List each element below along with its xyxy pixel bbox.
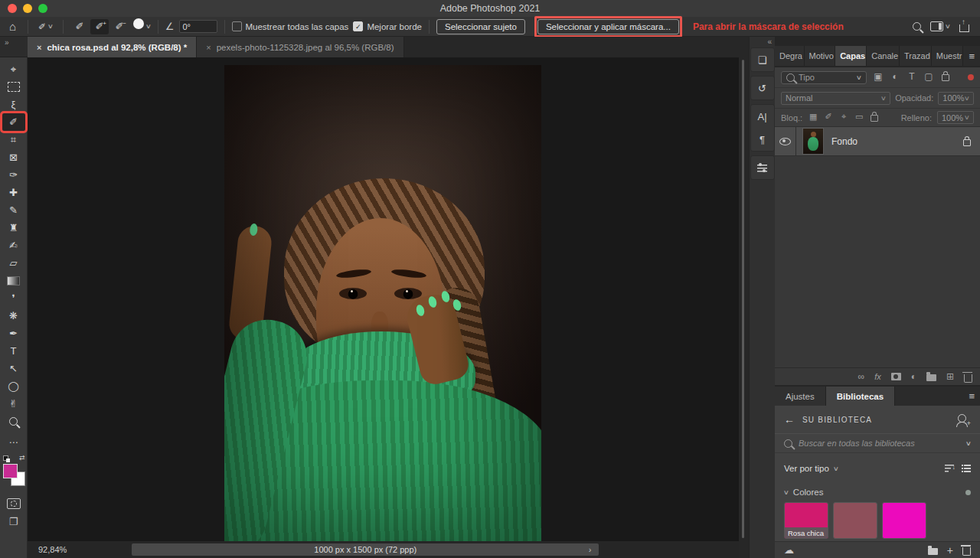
document-tab[interactable]: ×chica rosa.psd al 92,8% (RGB/8) * [28, 37, 197, 57]
type-tool[interactable]: T [2, 342, 25, 360]
panel-tab-motivo[interactable]: Motivo [805, 46, 836, 66]
quick-selection-tool[interactable]: ✐ [2, 113, 25, 131]
filter-type-icon[interactable]: T [906, 71, 918, 83]
swap-colors-icon[interactable]: ⇄ [19, 454, 25, 462]
crop-tool[interactable]: ⌗ [2, 131, 25, 148]
toolbar-collapse-control[interactable]: » [0, 37, 28, 57]
filter-pixel-icon[interactable]: ▣ [872, 71, 884, 83]
back-arrow-icon[interactable]: ← [784, 413, 795, 426]
lock-transparency-icon[interactable]: ▦ [808, 112, 818, 123]
add-selection-mode[interactable]: ✐+ [90, 19, 109, 34]
delete-layer-icon[interactable] [964, 371, 972, 383]
lasso-tool[interactable]: ξ [2, 96, 25, 113]
search-icon[interactable] [913, 22, 921, 31]
tab-bibliotecas[interactable]: Bibliotecas [826, 387, 895, 406]
document-tab[interactable]: ×pexels-photo-1125328.jpeg al 96,5% (RGB… [197, 37, 403, 57]
layer-comps-panel-button[interactable]: ❏ [751, 48, 774, 71]
filter-adjustment-icon[interactable]: ◐ [889, 71, 901, 83]
layer-row-fondo[interactable]: Fondo [775, 127, 980, 156]
panel-tab-degra[interactable]: Degra [775, 46, 805, 66]
group-layers-icon[interactable] [926, 372, 936, 381]
blur-tool[interactable]: ❜ [2, 289, 25, 307]
new-selection-mode[interactable]: ✐ [70, 19, 89, 34]
new-group-folder-icon[interactable] [928, 548, 938, 555]
color-swatch[interactable] [882, 502, 926, 539]
layer-name[interactable]: Fondo [831, 136, 858, 147]
move-tool[interactable]: ⌖ [2, 60, 25, 78]
filter-shape-icon[interactable]: ▢ [923, 71, 935, 83]
panel-tab-capas[interactable]: Capas [835, 46, 867, 66]
brush-tool[interactable]: ✎ [2, 201, 25, 219]
canvas-area[interactable] [28, 57, 739, 541]
path-selection-tool[interactable]: ↖ [2, 360, 25, 377]
panel-menu-icon[interactable]: ≡ [963, 387, 980, 406]
shape-tool[interactable]: ◯ [2, 377, 25, 395]
adjustment-layer-icon[interactable]: ◐ [911, 371, 916, 382]
tab-ajustes[interactable]: Ajustes [775, 387, 826, 406]
foreground-color-swatch[interactable] [3, 464, 18, 478]
lock-artboard-icon[interactable]: ▭ [854, 112, 864, 123]
eyedropper-tool[interactable]: ✑ [2, 166, 25, 184]
subtract-selection-mode[interactable]: ✐− [110, 19, 129, 34]
canvas-scrollbar[interactable] [742, 60, 744, 538]
sample-all-layers-checkbox[interactable]: Muestrear todas las capas [232, 21, 349, 31]
list-view-icon[interactable] [962, 465, 971, 472]
blend-mode-select[interactable]: Normal ∨ [781, 92, 890, 105]
layer-mask-icon[interactable] [891, 373, 901, 380]
hand-tool[interactable]: ✌ [2, 395, 25, 413]
sort-icon[interactable] [945, 465, 954, 472]
home-icon[interactable]: ⌂ [5, 20, 21, 33]
properties-panel-button[interactable] [751, 156, 774, 179]
filter-smart-icon[interactable] [939, 71, 952, 83]
history-brush-tool[interactable]: ✍ [2, 237, 25, 254]
lock-paint-icon[interactable]: ✐ [823, 112, 834, 123]
zoom-tool[interactable] [2, 413, 25, 430]
lock-all-icon[interactable] [869, 112, 880, 123]
layer-effects-icon[interactable]: fx [874, 372, 881, 381]
enhance-edge-checkbox[interactable]: ✓ Mejorar borde [353, 21, 422, 31]
opacity-input[interactable]: 100% ∨ [938, 92, 974, 105]
link-layers-icon[interactable]: ∞ [858, 371, 865, 382]
quick-mask-mode-button[interactable] [7, 498, 21, 509]
delete-element-icon[interactable] [962, 547, 971, 556]
filter-toggle-icon[interactable] [968, 74, 974, 80]
fill-input[interactable]: 100% ∨ [937, 111, 974, 124]
add-element-icon[interactable]: + [947, 544, 953, 556]
new-layer-icon[interactable]: ⊞ [946, 371, 954, 382]
layer-thumbnail[interactable] [802, 128, 824, 155]
zoom-level-value[interactable]: 92,84% [38, 545, 67, 554]
color-swatch[interactable] [833, 502, 877, 539]
document-photo[interactable] [224, 65, 541, 541]
cloud-sync-icon[interactable]: ☁ [784, 544, 794, 556]
layer-visibility-toggle[interactable] [775, 127, 796, 155]
invite-person-icon[interactable] [958, 414, 966, 423]
select-subject-button[interactable]: Seleccionar sujeto [436, 19, 525, 34]
layer-filter-dropdown[interactable]: Tipo ∨ [781, 71, 867, 84]
color-swatch[interactable]: Rosa chica [784, 502, 828, 539]
panel-tab-trazad[interactable]: Trazad [900, 46, 932, 66]
document-info[interactable]: 1000 px x 1500 px (72 ppp) › [132, 543, 599, 556]
pen-tool[interactable]: ✒ [2, 325, 25, 342]
lock-move-icon[interactable]: ⌖ [838, 112, 849, 123]
view-by-label[interactable]: Ver por tipo [784, 464, 829, 473]
angle-input[interactable]: 0° [179, 20, 217, 33]
panel-tab-canale[interactable]: Canale [867, 46, 900, 66]
library-search-field[interactable]: Buscar en todas las bibliotecas ∨ [775, 433, 980, 453]
workspace-switcher[interactable]: ∨ [930, 21, 950, 31]
close-tab-icon[interactable]: × [37, 43, 41, 52]
close-tab-icon[interactable]: × [206, 43, 211, 52]
paragraph-panel-button[interactable]: ¶ [751, 128, 774, 151]
gradient-tool[interactable] [2, 272, 25, 289]
frame-tool[interactable]: ⊠ [2, 148, 25, 166]
history-panel-button[interactable]: ↺ [751, 77, 774, 100]
sponge-tool[interactable]: ❋ [2, 307, 25, 325]
healing-brush-tool[interactable]: ✚ [2, 184, 25, 201]
share-icon[interactable] [959, 24, 969, 32]
colors-section-header[interactable]: ∨ Colores [775, 485, 980, 499]
brush-size-picker[interactable]: 77 ∨ [133, 18, 151, 35]
panel-tab-muestr[interactable]: Muestr [932, 46, 964, 66]
tool-preset-dropdown[interactable]: ✐ ∨ [35, 21, 56, 32]
select-and-mask-button[interactable]: Seleccionar y aplicar máscara... [537, 19, 679, 34]
eraser-tool[interactable]: ▱ [2, 254, 25, 272]
default-colors-icon[interactable] [3, 455, 10, 462]
